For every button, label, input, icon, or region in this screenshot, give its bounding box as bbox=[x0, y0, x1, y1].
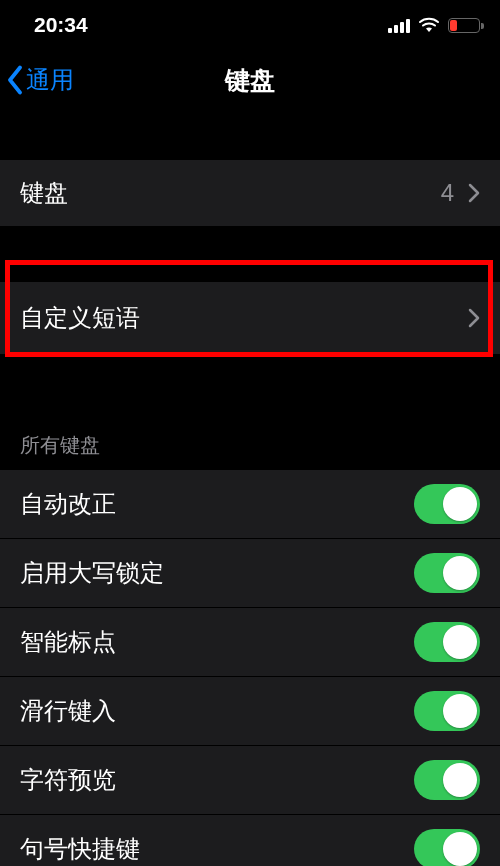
status-bar: 20:34 bbox=[0, 0, 500, 50]
keyboards-row[interactable]: 键盘 4 bbox=[0, 160, 500, 226]
toggle-caps-lock[interactable] bbox=[414, 553, 480, 593]
toggle-auto-correction[interactable] bbox=[414, 484, 480, 524]
back-label: 通用 bbox=[26, 64, 74, 96]
battery-icon bbox=[448, 18, 480, 33]
label-smart-punct: 智能标点 bbox=[20, 626, 116, 658]
wifi-icon bbox=[418, 17, 440, 33]
chevron-right-icon bbox=[468, 308, 480, 328]
cellular-signal-icon bbox=[388, 17, 410, 33]
keyboards-label: 键盘 bbox=[20, 177, 68, 209]
text-replacement-label: 自定义短语 bbox=[20, 302, 140, 334]
label-period-shortcut: 句号快捷键 bbox=[20, 833, 140, 865]
label-char-preview: 字符预览 bbox=[20, 764, 116, 796]
page-title: 键盘 bbox=[225, 64, 275, 97]
chevron-right-icon bbox=[468, 183, 480, 203]
keyboards-count: 4 bbox=[441, 179, 454, 207]
label-caps-lock: 启用大写锁定 bbox=[20, 557, 164, 589]
toggle-period-shortcut[interactable] bbox=[414, 829, 480, 866]
chevron-left-icon bbox=[6, 65, 24, 95]
row-caps-lock: 启用大写锁定 bbox=[0, 538, 500, 607]
row-slide-type: 滑行键入 bbox=[0, 676, 500, 745]
text-replacement-row[interactable]: 自定义短语 bbox=[0, 282, 500, 354]
status-time: 20:34 bbox=[34, 13, 88, 37]
toggle-slide-type[interactable] bbox=[414, 691, 480, 731]
status-indicators bbox=[388, 17, 480, 33]
nav-header: 通用 键盘 bbox=[0, 50, 500, 110]
back-button[interactable]: 通用 bbox=[6, 50, 74, 110]
section-header-all-keyboards: 所有键盘 bbox=[0, 410, 500, 469]
row-char-preview: 字符预览 bbox=[0, 745, 500, 814]
toggle-char-preview[interactable] bbox=[414, 760, 480, 800]
label-slide-type: 滑行键入 bbox=[20, 695, 116, 727]
row-auto-correction: 自动改正 bbox=[0, 469, 500, 538]
label-auto-correction: 自动改正 bbox=[20, 488, 116, 520]
toggle-smart-punct[interactable] bbox=[414, 622, 480, 662]
row-smart-punct: 智能标点 bbox=[0, 607, 500, 676]
row-period-shortcut: 句号快捷键 bbox=[0, 814, 500, 866]
